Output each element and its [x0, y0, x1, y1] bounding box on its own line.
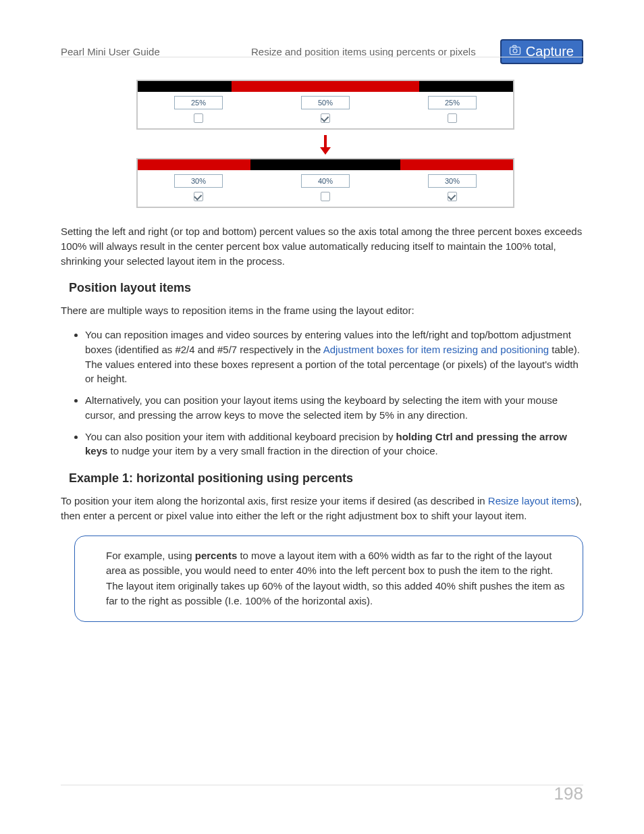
percent-input[interactable]: 40%	[301, 174, 350, 188]
percent-checkbox[interactable]	[194, 113, 203, 123]
diagram-panel-b: 30%40%30%	[136, 158, 514, 208]
diagram-panel-b-inputs: 30%40%30%	[138, 170, 513, 207]
list-item: You can also position your item with add…	[85, 429, 583, 459]
link-adjustment-boxes[interactable]: Adjustment boxes for item resizing and p…	[323, 344, 549, 355]
capture-badge: Capture	[500, 39, 583, 64]
paragraph-after-diagram: Setting the left and right (or top and b…	[61, 224, 583, 268]
down-arrow-icon	[136, 130, 514, 158]
bullet3-post: to nudge your item by a very small fract…	[107, 445, 437, 457]
note-bold: percents	[195, 550, 238, 561]
guide-title: Pearl Mini User Guide	[61, 46, 160, 57]
percent-cell: 25%	[171, 96, 225, 123]
list-item: Alternatively, you can position your lay…	[85, 393, 583, 423]
percent-input[interactable]: 30%	[428, 174, 477, 188]
percent-checkbox[interactable]	[321, 113, 330, 123]
percent-input[interactable]: 30%	[174, 174, 223, 188]
section-title: Resize and position items using percents…	[251, 46, 476, 57]
percent-checkbox[interactable]	[448, 192, 457, 201]
example-pre: To position your item along the horizont…	[61, 495, 488, 506]
bullet2-text: Alternatively, you can position your lay…	[85, 394, 558, 421]
bar-segment	[250, 159, 400, 170]
percent-checkbox[interactable]	[194, 192, 203, 201]
percent-checkbox[interactable]	[321, 192, 330, 201]
bar-segment	[232, 81, 419, 92]
diagram-panel-a: 25%50%25%	[136, 80, 514, 130]
percent-checkbox[interactable]	[448, 113, 457, 123]
diagram-panel-a-bar	[138, 81, 513, 92]
heading-position-layout-items: Position layout items	[69, 279, 583, 296]
percent-input[interactable]: 50%	[301, 96, 350, 109]
svg-rect-0	[510, 47, 520, 55]
diagram-panel-b-bar	[138, 159, 513, 170]
position-bullet-list: You can reposition images and video sour…	[85, 328, 583, 459]
percent-cell: 25%	[425, 96, 479, 123]
percent-cell: 30%	[171, 174, 225, 201]
percent-diagram: 25%50%25% 30%40%30%	[136, 80, 514, 208]
percent-input[interactable]: 25%	[428, 96, 477, 109]
diagram-panel-a-inputs: 25%50%25%	[138, 92, 513, 128]
page-number: 198	[554, 783, 583, 804]
list-item: You can reposition images and video sour…	[85, 328, 583, 386]
header-rule	[61, 57, 583, 57]
paragraph-position-intro: There are multiple ways to reposition it…	[61, 303, 583, 318]
svg-marker-4	[320, 147, 331, 155]
paragraph-example-intro: To position your item along the horizont…	[61, 494, 583, 523]
percent-cell: 40%	[298, 174, 352, 201]
link-resize-layout-items[interactable]: Resize layout items	[488, 495, 576, 506]
svg-rect-2	[513, 45, 516, 47]
footer-rule-wrap	[61, 785, 583, 785]
note-box: For example, using percents to move a la…	[74, 536, 583, 622]
percent-cell: 30%	[425, 174, 479, 201]
svg-point-1	[513, 49, 517, 53]
bullet3-pre: You can also position your item with add…	[85, 431, 396, 442]
bar-segment	[138, 81, 232, 92]
note-pre: For example, using	[106, 550, 195, 561]
bar-segment	[419, 81, 513, 92]
percent-input[interactable]: 25%	[174, 96, 223, 109]
percent-cell: 50%	[298, 96, 352, 123]
heading-example-1: Example 1: horizontal positioning using …	[69, 469, 583, 487]
bar-segment	[400, 159, 513, 170]
bar-segment	[138, 159, 250, 170]
camera-icon	[508, 43, 522, 60]
